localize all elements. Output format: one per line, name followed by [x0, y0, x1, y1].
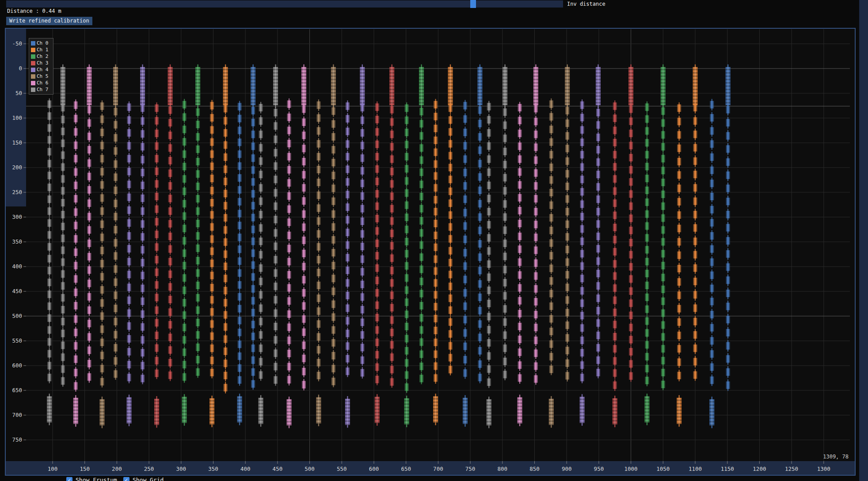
channel-column-pair: [345, 65, 365, 428]
channel-column-pair: [463, 65, 482, 427]
legend-label: Ch 2: [37, 53, 49, 59]
svg-text:150: 150: [80, 466, 90, 472]
svg-text:1300: 1300: [817, 466, 830, 472]
svg-text:500: 500: [12, 313, 22, 319]
svg-text:750: 750: [12, 436, 22, 443]
plot-grid: [26, 29, 855, 461]
legend-label: Ch 0: [37, 40, 49, 46]
legend-swatch: [31, 41, 35, 46]
channel-column-pair: [487, 65, 507, 428]
channel-column-pair: [73, 65, 92, 427]
legend-item: Ch 0: [31, 40, 53, 46]
calibration-plot[interactable]: 1001502002503003504004505005506006507007…: [5, 28, 856, 476]
svg-text:350: 350: [12, 238, 22, 245]
svg-text:700: 700: [433, 466, 443, 472]
svg-text:300: 300: [176, 466, 187, 472]
svg-text:-50: -50: [12, 40, 22, 47]
plot-series: [47, 65, 730, 428]
show-grid-label: Show Grid: [133, 477, 164, 481]
svg-text:0: 0: [19, 65, 22, 72]
cursor-position-readout: 1309, 78: [823, 454, 849, 460]
legend-label: Ch 1: [37, 47, 49, 53]
svg-text:500: 500: [305, 466, 315, 472]
write-calibration-button[interactable]: Write refined calibration: [6, 17, 92, 25]
legend-item: Ch 5: [31, 73, 53, 80]
svg-text:650: 650: [12, 387, 22, 393]
channel-column-pair: [677, 65, 697, 427]
svg-text:50: 50: [15, 90, 22, 96]
svg-text:950: 950: [594, 466, 604, 472]
svg-text:900: 900: [562, 466, 572, 472]
svg-text:750: 750: [465, 466, 476, 472]
svg-text:800: 800: [498, 466, 508, 472]
legend-swatch: [31, 81, 35, 85]
inv-distance-slider[interactable]: [6, 0, 563, 8]
legend-item: Ch 2: [31, 53, 53, 60]
legend-label: Ch 3: [37, 60, 49, 66]
svg-text:250: 250: [144, 466, 154, 472]
svg-text:100: 100: [12, 115, 22, 121]
svg-text:1150: 1150: [721, 466, 734, 472]
svg-text:1000: 1000: [624, 466, 638, 472]
legend-swatch: [31, 74, 35, 79]
channel-legend[interactable]: Ch 0Ch 1Ch 2Ch 3Ch 4Ch 5Ch 6Ch 7: [29, 38, 53, 95]
channel-column-pair: [209, 65, 228, 428]
svg-text:1050: 1050: [656, 466, 670, 472]
svg-text:850: 850: [529, 466, 540, 472]
view-options-bar: ✓ Show Frustum ✓ Show Grid: [66, 477, 170, 481]
distance-readout: Distance : 0.44 m: [7, 8, 61, 14]
channel-column-pair: [580, 65, 601, 426]
plot-canvas[interactable]: 1001502002503003504004505005506006507007…: [6, 29, 855, 475]
channel-column-pair: [518, 65, 538, 426]
svg-text:400: 400: [240, 466, 251, 472]
legend-label: Ch 4: [37, 67, 49, 73]
channel-column-pair: [154, 65, 173, 428]
legend-label: Ch 7: [37, 87, 49, 92]
legend-item: Ch 4: [31, 66, 53, 73]
svg-text:650: 650: [401, 466, 411, 472]
channel-column-pair: [47, 65, 65, 425]
svg-text:450: 450: [273, 466, 283, 472]
svg-text:600: 600: [12, 362, 22, 369]
svg-text:600: 600: [369, 466, 379, 472]
legend-swatch: [31, 54, 35, 59]
legend-item: Ch 1: [31, 46, 53, 53]
legend-item: Ch 6: [31, 80, 53, 86]
channel-column-pair: [127, 65, 145, 426]
svg-text:550: 550: [12, 337, 22, 344]
show-grid-checkbox[interactable]: ✓ Show Grid: [123, 477, 164, 481]
channel-column-pair: [287, 65, 306, 428]
legend-label: Ch 6: [37, 80, 49, 86]
svg-text:300: 300: [12, 214, 22, 220]
show-frustum-checkbox[interactable]: ✓ Show Frustum: [66, 477, 117, 481]
svg-text:200: 200: [12, 164, 22, 171]
inv-distance-label: Inv distance: [567, 1, 605, 7]
legend-swatch: [31, 61, 35, 65]
svg-text:700: 700: [12, 412, 22, 418]
legend-swatch: [31, 88, 35, 92]
show-frustum-label: Show Frustum: [76, 477, 117, 481]
channel-column-pair: [182, 65, 201, 426]
legend-swatch: [31, 48, 35, 52]
svg-text:1200: 1200: [753, 466, 766, 472]
svg-text:150: 150: [12, 139, 22, 146]
checkbox-check-icon: ✓: [123, 477, 129, 481]
channel-column-pair: [99, 65, 118, 428]
svg-text:250: 250: [12, 189, 22, 195]
legend-swatch: [31, 68, 35, 72]
legend-label: Ch 5: [37, 73, 49, 79]
channel-column-pair: [613, 65, 633, 428]
slider-handle[interactable]: [470, 0, 476, 8]
svg-text:450: 450: [12, 288, 22, 294]
svg-text:1250: 1250: [785, 466, 798, 472]
window-right-border: [859, 0, 868, 481]
svg-text:350: 350: [208, 466, 218, 472]
channel-column-pair: [433, 65, 453, 425]
channel-column-pair: [375, 65, 394, 426]
svg-text:550: 550: [337, 466, 347, 472]
channel-column-pair: [237, 65, 256, 425]
svg-text:1100: 1100: [689, 466, 702, 472]
channel-column-pair: [644, 65, 665, 425]
svg-text:400: 400: [12, 263, 22, 270]
svg-text:100: 100: [48, 466, 58, 472]
